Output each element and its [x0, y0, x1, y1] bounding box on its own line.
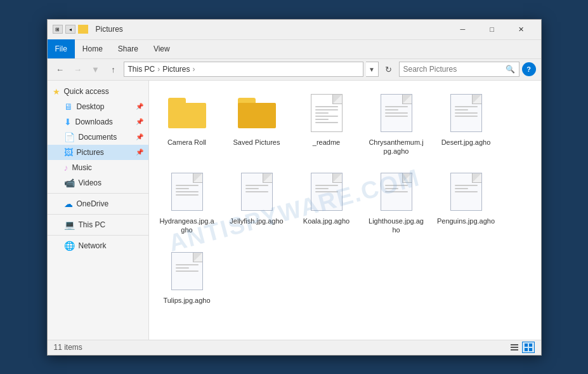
back-button[interactable]: ← [53, 62, 68, 77]
recent-button[interactable]: ▼ [88, 62, 103, 77]
menu-share[interactable]: Share [110, 39, 146, 58]
onedrive-icon: ☁ [64, 199, 73, 209]
sidebar-item-videos[interactable]: 📹 Videos [48, 175, 148, 190]
breadcrumb: This PC › Pictures › [128, 65, 197, 74]
svg-rect-1 [511, 347, 518, 348]
doc-icon-lighthouse [374, 170, 419, 214]
search-input[interactable] [403, 65, 503, 74]
pin-icon-documents: 📌 [136, 133, 143, 140]
sidebar-label-downloads: Downloads [75, 117, 113, 126]
sidebar-label-videos: Videos [79, 178, 101, 187]
doc-icon-hydrangeas [165, 170, 209, 214]
file-name: _readme [313, 138, 340, 147]
pin-icon-pictures: 📌 [136, 149, 143, 156]
quick-access-label: Quick access [64, 87, 109, 96]
list-item[interactable]: Penguins.jpg.agho [434, 166, 498, 239]
list-item[interactable]: Camera Roll [155, 87, 219, 160]
search-box[interactable]: 🔍 [399, 62, 519, 77]
sidebar-item-desktop[interactable]: 🖥 Desktop 📌 [48, 99, 148, 114]
sidebar-divider-2 [48, 214, 148, 215]
videos-icon: 📹 [64, 178, 75, 188]
window-controls: ─ □ ✕ [448, 19, 536, 39]
up-button[interactable]: ↑ [106, 62, 121, 77]
menu-view[interactable]: View [146, 39, 178, 58]
list-item[interactable]: Hydrangeas.jpg.agho [155, 166, 219, 239]
sidebar-item-network[interactable]: 🌐 Network [48, 238, 148, 253]
list-item[interactable]: Saved Pictures [225, 87, 289, 160]
star-icon: ★ [53, 87, 60, 97]
documents-icon: 📄 [64, 132, 75, 142]
refresh-button[interactable]: ↻ [381, 62, 396, 77]
downloads-icon: ⬇ [64, 117, 72, 127]
file-name: Camera Roll [167, 138, 206, 147]
breadcrumb-this-pc[interactable]: This PC [128, 65, 155, 74]
list-item[interactable]: Jellyfish.jpg.agho [225, 166, 289, 239]
sidebar-item-documents[interactable]: 📄 Documents 📌 [48, 130, 148, 145]
title-bar-icons: ⊞ ◂ [53, 25, 91, 34]
list-item[interactable]: Chrysanthemum.jpg.agho [365, 87, 428, 160]
file-name: Jellyfish.jpg.agho [230, 217, 283, 225]
svg-rect-2 [511, 349, 518, 351]
doc-icon-chrysanthemum [374, 91, 419, 135]
doc-icon-tulips [165, 249, 209, 293]
address-bar: ← → ▼ ↑ This PC › Pictures › ▼ ↻ 🔍 ? [48, 59, 541, 81]
doc-icon-koala [304, 170, 349, 214]
sidebar-label-onedrive: OneDrive [77, 199, 109, 208]
forward-button[interactable]: → [70, 62, 86, 77]
svg-rect-4 [529, 344, 532, 347]
pin-icon-downloads: 📌 [136, 118, 143, 125]
sidebar-label-network: Network [79, 241, 107, 250]
sidebar: ★ Quick access 🖥 Desktop 📌 ⬇ Downloads 📌… [48, 81, 149, 340]
network-icon: 🌐 [64, 241, 75, 251]
file-name: Saved Pictures [233, 138, 280, 147]
list-item[interactable]: Lighthouse.jpg.agho [365, 166, 428, 239]
sidebar-divider-3 [48, 235, 148, 236]
sidebar-item-downloads[interactable]: ⬇ Downloads 📌 [48, 114, 148, 130]
status-bar: 11 items [48, 340, 541, 355]
files-area: Camera Roll Saved Pictures [149, 81, 541, 340]
sidebar-label-desktop: Desktop [77, 102, 105, 111]
sidebar-label-pictures: Pictures [77, 148, 104, 157]
file-name: Chrysanthemum.jpg.agho [367, 138, 426, 156]
sidebar-label-documents: Documents [79, 133, 117, 142]
sidebar-item-thispc[interactable]: 💻 This PC [48, 217, 148, 232]
breadcrumb-pictures[interactable]: Pictures [162, 65, 190, 74]
help-button[interactable]: ? [522, 62, 536, 76]
sidebar-item-music[interactable]: ♪ Music [48, 160, 148, 175]
titlebar-nav-icon[interactable]: ◂ [65, 25, 75, 34]
list-item[interactable]: Desert.jpg.agho [434, 87, 498, 160]
sidebar-label-thispc: This PC [79, 220, 106, 229]
list-item[interactable]: _readme [295, 87, 358, 160]
grid-view-icon [524, 343, 533, 352]
item-count: 11 items [54, 343, 82, 352]
desktop-icon: 🖥 [64, 102, 73, 112]
grid-view-button[interactable] [522, 342, 535, 353]
close-button[interactable]: ✕ [507, 19, 536, 39]
menu-file[interactable]: File [48, 39, 75, 58]
minimize-button[interactable]: ─ [448, 19, 478, 39]
breadcrumb-sep2: › [193, 65, 195, 74]
maximize-button[interactable]: □ [478, 19, 507, 39]
list-view-icon [510, 343, 519, 352]
sidebar-item-pictures[interactable]: 🖼 Pictures 📌 [48, 145, 148, 160]
menu-home[interactable]: Home [75, 39, 110, 58]
search-icon: 🔍 [506, 65, 515, 74]
address-dropdown[interactable]: ▼ [366, 62, 379, 77]
doc-icon-desert [444, 91, 488, 135]
titlebar-grid-icon[interactable]: ⊞ [53, 25, 63, 34]
address-path[interactable]: This PC › Pictures › [124, 62, 363, 77]
menu-bar: File Home Share View [48, 40, 541, 59]
title-bar: ⊞ ◂ Pictures ─ □ ✕ [48, 20, 541, 40]
list-item[interactable]: Koala.jpg.agho [295, 166, 358, 239]
file-name: Desert.jpg.agho [441, 138, 491, 147]
list-view-button[interactable] [508, 342, 521, 353]
file-name: Tulips.jpg.agho [163, 296, 210, 305]
folder-icon-saved-pictures [235, 91, 279, 135]
list-item[interactable]: Tulips.jpg.agho [155, 245, 219, 309]
svg-rect-6 [529, 348, 532, 351]
svg-rect-3 [525, 344, 528, 347]
svg-rect-0 [511, 344, 518, 345]
thispc-icon: 💻 [64, 220, 75, 230]
sidebar-item-onedrive[interactable]: ☁ OneDrive [48, 196, 148, 211]
sidebar-quick-access[interactable]: ★ Quick access [48, 83, 148, 99]
